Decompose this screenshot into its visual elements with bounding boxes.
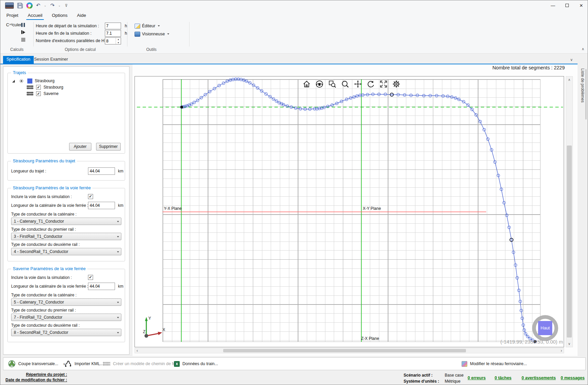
trajet-length-input[interactable] [88, 167, 115, 175]
calculate-donut-icon[interactable] [26, 2, 33, 9]
messages-link[interactable]: 0 messages [561, 376, 585, 380]
cross-section-icon [8, 360, 16, 367]
scrollbar-thumb[interactable] [223, 349, 466, 352]
status-bar: Répertoire du projet : Date de modificat… [0, 371, 588, 385]
file-modified-date-label[interactable]: Date de modification du fichier : [3, 378, 67, 382]
trajet-length-unit: km [118, 169, 123, 173]
tree-radio-selected[interactable] [20, 79, 23, 83]
side-scrollbar[interactable] [585, 69, 587, 120]
trajet-params-title: Strasbourg Paramètres du trajet [11, 158, 77, 163]
catenary-conductor-select[interactable]: 5 - Catenary_T2_Conductor [11, 298, 121, 306]
settings-gear-icon[interactable] [392, 80, 401, 88]
calculate-button[interactable]: Calculer [5, 23, 23, 27]
create-railway-model-button[interactable]: Créer un modèle de chemin de fer [103, 358, 177, 370]
fullscreen-icon[interactable] [379, 80, 388, 88]
selected-value: 7 - FirstRail_T2_Conductor [14, 315, 62, 320]
menu-tab-projet[interactable]: Projet [2, 11, 23, 19]
svg-text:Y-X Plane: Y-X Plane [164, 206, 182, 211]
spin-down-icon[interactable]: ▼ [116, 41, 121, 44]
catenary-length-input[interactable] [88, 283, 115, 290]
track-checkbox[interactable]: ✓ [36, 85, 41, 90]
tab-specification[interactable]: Spécification [3, 56, 34, 64]
first-rail-conductor-select[interactable]: 7 - FirstRail_T2_Conductor [11, 314, 121, 321]
catenary-length-input[interactable] [88, 202, 115, 209]
warnings-link[interactable]: 0 avertissements [522, 376, 556, 380]
plot-vertical-scrollbar[interactable]: ∧ ∨ [566, 76, 573, 347]
stop-button[interactable] [21, 37, 26, 42]
spinner-control[interactable]: ▲▼ [116, 38, 121, 44]
second-rail-conductor-select[interactable]: 8 - SecondRail_T2_Conductor [11, 329, 121, 336]
tasks-link[interactable]: 0 tâches [495, 376, 511, 380]
chevron-down-icon [117, 251, 119, 253]
collapse-ribbon-icon[interactable]: ∧ [582, 47, 584, 51]
menu-tab-options[interactable]: Options [47, 11, 72, 19]
undo-icon[interactable]: ↶ [36, 2, 40, 8]
sim-end-input[interactable] [105, 30, 121, 37]
spin-up-icon[interactable]: ▲ [116, 38, 121, 41]
tree-item-track-saverne[interactable]: ✓ Saverne [8, 91, 125, 97]
track-params-title: Saverne Paramètres de la voie ferrée [11, 266, 87, 271]
scroll-up-icon[interactable]: ∧ [566, 78, 572, 82]
redo-dropdown-icon[interactable]: ⌄ [58, 4, 61, 7]
editor-menu-button[interactable]: Éditeur [135, 23, 160, 29]
redo-icon[interactable]: ↷ [50, 2, 55, 8]
scroll-down-icon[interactable]: ∨ [566, 342, 572, 346]
plot-horizontal-scrollbar[interactable]: ‹ › [135, 348, 564, 353]
segments-total-label: Nombre total de segments : 2229 [493, 65, 565, 70]
undo-dropdown-icon[interactable]: ⌄ [44, 4, 47, 7]
maximize-button[interactable] [560, 0, 574, 10]
sim-start-input[interactable] [105, 23, 121, 29]
minimize-button[interactable]: — [546, 0, 560, 10]
menu-tab-aide[interactable]: Aide [72, 11, 91, 19]
close-button[interactable]: ✕ [574, 0, 588, 10]
3d-view-plot[interactable]: Y-X PlaneX-Y PlaneZ-X PlaneYXZHaut(-1419… [135, 76, 564, 347]
include-track-checkbox[interactable]: ✓ [88, 275, 93, 280]
scrollbar-thumb[interactable] [567, 146, 572, 338]
tree-item-strasbourg-root[interactable]: Strasbourg [8, 78, 125, 84]
sim-end-unit: h [125, 30, 127, 37]
customize-toolbar-icon[interactable]: ⊽ [65, 3, 68, 8]
scroll-left-icon[interactable]: ‹ [137, 348, 138, 353]
train-data-button[interactable]: Données du train... [174, 358, 218, 370]
resume-button[interactable] [21, 30, 26, 34]
viewer-label: Visionneuse [142, 32, 165, 36]
second-rail-conductor-select[interactable]: 4 - SecondRail_T1_Conductor [11, 248, 121, 255]
svg-text:X: X [163, 327, 165, 332]
errors-link[interactable]: 0 erreurs [468, 376, 486, 380]
tree-root-label: Strasbourg [35, 78, 55, 83]
track-label: Strasbourg [43, 85, 63, 90]
remove-button[interactable]: Supprimer [96, 143, 121, 151]
pan-icon[interactable] [354, 80, 362, 88]
active-scenario-value: Base case [445, 373, 464, 378]
catenary-conductor-select[interactable]: 1 - Catenary_T1_Conductor [11, 218, 121, 225]
viewer-menu-button[interactable]: Visionneuse [135, 31, 169, 37]
import-kml-button[interactable]: Importer KML... [64, 358, 104, 370]
edit-railway-network-button[interactable]: Modifier le réseau ferroviaire... [462, 358, 527, 370]
tab-session-examiner[interactable]: Session Examiner [31, 56, 71, 64]
add-button[interactable]: Ajouter [69, 143, 91, 151]
hifreq-parallel-input[interactable] [105, 38, 116, 44]
include-track-checkbox[interactable]: ✓ [88, 194, 93, 199]
second-rail-conductor-label: Type de conducteur du deuxième rail : [11, 323, 125, 328]
tab-list-chevron-icon[interactable]: ∨ [570, 58, 573, 62]
track-checkbox[interactable]: ✓ [36, 91, 41, 96]
zoom-icon[interactable] [341, 80, 349, 88]
project-directory-label[interactable]: Répertoire du projet : [3, 372, 67, 377]
cross-section-button[interactable]: Coupe transversale... ∨ [8, 358, 65, 370]
problems-list-side-tab[interactable]: Liste de problèmes [577, 64, 588, 356]
railroad-icon [103, 362, 110, 366]
zoom-region-icon[interactable] [328, 80, 336, 88]
tree-item-track-strasbourg[interactable]: ✓ Strasbourg [8, 84, 125, 91]
rotate-icon[interactable] [366, 80, 375, 88]
svg-text:X-Y Plane: X-Y Plane [363, 206, 381, 211]
menu-tab-accueil[interactable]: Accueil [23, 11, 47, 19]
eye-icon[interactable] [315, 80, 324, 88]
catenary-length-unit: km [118, 284, 123, 289]
scroll-right-icon[interactable]: › [561, 348, 562, 353]
first-rail-conductor-select[interactable]: 3 - FirstRail_T1_Conductor [11, 233, 121, 240]
tree-expander-icon[interactable] [12, 80, 15, 83]
home-icon[interactable] [302, 80, 311, 88]
pause-button[interactable] [21, 23, 26, 27]
save-icon[interactable] [17, 3, 23, 8]
menu-bar: Projet Accueil Options Aide [0, 10, 588, 20]
